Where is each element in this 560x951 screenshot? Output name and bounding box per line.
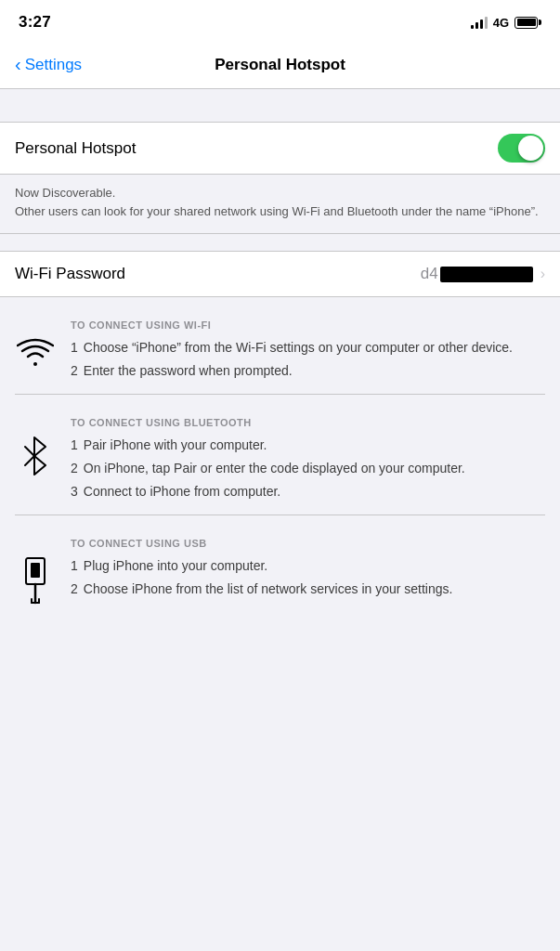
section-gap-top — [0, 89, 560, 122]
chevron-left-icon: ‹ — [15, 55, 21, 73]
usb-instruction-title: TO CONNECT USING USB — [71, 538, 545, 549]
hotspot-toggle[interactable] — [498, 134, 545, 163]
bluetooth-instruction-block: TO CONNECT USING BLUETOOTH 1 Pair iPhone… — [0, 395, 560, 515]
instructions-section: TO CONNECT USING WI-FI 1 Choose “iPhone”… — [0, 297, 560, 632]
network-type: 4G — [493, 16, 509, 30]
wifi-password-value: d4 — [125, 265, 533, 283]
bt-step-3: 3 Connect to iPhone from computer. — [71, 482, 545, 502]
chevron-right-icon: › — [540, 266, 545, 282]
bluetooth-instruction-content: TO CONNECT USING BLUETOOTH 1 Pair iPhone… — [71, 417, 545, 505]
wifi-instruction-content: TO CONNECT USING WI-FI 1 Choose “iPhone”… — [71, 319, 545, 384]
password-redacted — [440, 267, 533, 282]
usb-instruction-block: TO CONNECT USING USB 1 Plug iPhone into … — [0, 515, 560, 614]
hotspot-section: Personal Hotspot — [0, 122, 560, 175]
signal-bars-icon — [471, 16, 488, 29]
battery-icon — [514, 17, 541, 29]
wifi-icon — [15, 319, 56, 384]
back-label: Settings — [25, 56, 82, 74]
svg-line-0 — [25, 447, 34, 456]
wifi-step-1: 1 Choose “iPhone” from the Wi-Fi setting… — [71, 338, 545, 358]
wifi-password-label: Wi-Fi Password — [15, 265, 125, 283]
usb-instruction-content: TO CONNECT USING USB 1 Plug iPhone into … — [71, 538, 545, 605]
wifi-password-row[interactable]: Wi-Fi Password d4 › — [0, 251, 560, 297]
status-bar: 3:27 4G — [0, 0, 560, 41]
usb-step-1: 1 Plug iPhone into your computer. — [71, 556, 545, 576]
discoverable-line1: Now Discoverable. — [15, 184, 545, 202]
usb-icon — [15, 538, 56, 605]
status-icons: 4G — [471, 16, 541, 30]
hotspot-label: Personal Hotspot — [15, 139, 136, 158]
bt-step-1: 1 Pair iPhone with your computer. — [71, 436, 545, 455]
bluetooth-icon — [15, 417, 56, 505]
wifi-step-2: 2 Enter the password when prompted. — [71, 361, 545, 381]
page-title: Personal Hotspot — [215, 56, 345, 74]
section-gap-mid — [0, 234, 560, 251]
toggle-knob — [518, 136, 543, 161]
usb-step-2: 2 Choose iPhone from the list of network… — [71, 580, 545, 599]
discoverable-section: Now Discoverable. Other users can look f… — [0, 175, 560, 234]
hotspot-row: Personal Hotspot — [0, 123, 560, 174]
bluetooth-instruction-title: TO CONNECT USING BLUETOOTH — [71, 417, 545, 428]
discoverable-line2: Other users can look for your shared net… — [15, 202, 545, 221]
bt-step-2: 2 On iPhone, tap Pair or enter the code … — [71, 459, 545, 478]
back-button[interactable]: ‹ Settings — [15, 56, 82, 74]
wifi-instruction-block: TO CONNECT USING WI-FI 1 Choose “iPhone”… — [0, 297, 560, 394]
svg-rect-3 — [31, 563, 40, 578]
password-prefix: d4 — [421, 265, 438, 282]
wifi-instruction-title: TO CONNECT USING WI-FI — [71, 319, 545, 331]
svg-line-1 — [25, 456, 34, 465]
status-time: 3:27 — [19, 13, 51, 32]
nav-bar: ‹ Settings Personal Hotspot — [0, 41, 560, 89]
